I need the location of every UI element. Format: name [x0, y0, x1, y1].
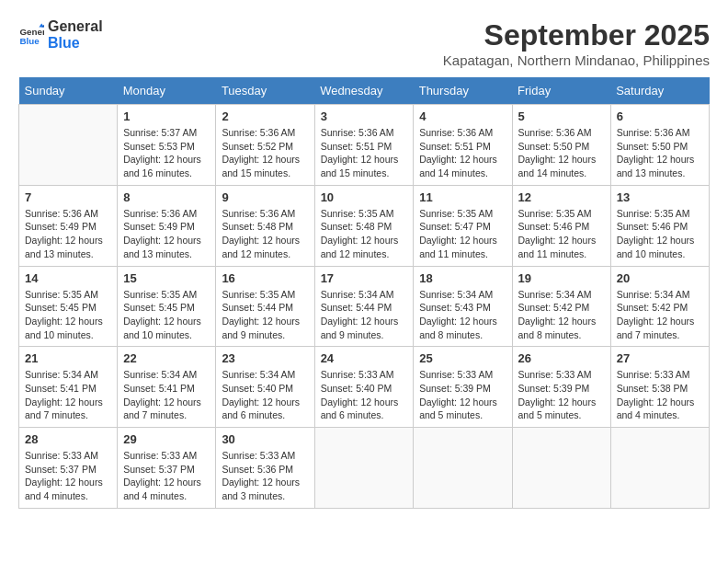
day-number: 14: [25, 271, 111, 285]
calendar-cell: [19, 105, 118, 186]
calendar-cell: 24Sunrise: 5:33 AMSunset: 5:40 PMDayligh…: [314, 347, 414, 428]
calendar-header-row: SundayMondayTuesdayWednesdayThursdayFrid…: [19, 77, 710, 105]
calendar-cell: 5Sunrise: 5:36 AMSunset: 5:50 PMDaylight…: [512, 105, 610, 186]
calendar-day-header: Wednesday: [314, 77, 414, 105]
day-number: 24: [321, 351, 408, 365]
day-info: Sunrise: 5:36 AMSunset: 5:50 PMDaylight:…: [617, 126, 703, 180]
calendar-cell: [512, 428, 610, 509]
logo-icon: General Blue: [18, 22, 44, 48]
day-info: Sunrise: 5:33 AMSunset: 5:40 PMDaylight:…: [321, 368, 408, 422]
day-info: Sunrise: 5:36 AMSunset: 5:49 PMDaylight:…: [123, 207, 210, 261]
day-number: 5: [518, 109, 605, 123]
calendar-cell: 29Sunrise: 5:33 AMSunset: 5:37 PMDayligh…: [118, 428, 216, 509]
calendar-cell: 20Sunrise: 5:34 AMSunset: 5:42 PMDayligh…: [610, 266, 709, 347]
day-number: 8: [123, 190, 210, 204]
calendar-week-row: 1Sunrise: 5:37 AMSunset: 5:53 PMDaylight…: [19, 105, 710, 186]
day-number: 21: [25, 351, 111, 365]
calendar-week-row: 28Sunrise: 5:33 AMSunset: 5:37 PMDayligh…: [19, 428, 710, 509]
day-info: Sunrise: 5:35 AMSunset: 5:45 PMDaylight:…: [123, 288, 210, 342]
calendar-day-header: Friday: [512, 77, 610, 105]
calendar-cell: 19Sunrise: 5:34 AMSunset: 5:42 PMDayligh…: [512, 266, 610, 347]
day-info: Sunrise: 5:35 AMSunset: 5:46 PMDaylight:…: [617, 207, 703, 261]
day-number: 16: [222, 271, 308, 285]
calendar-week-row: 7Sunrise: 5:36 AMSunset: 5:49 PMDaylight…: [19, 185, 710, 266]
day-number: 22: [123, 351, 210, 365]
calendar-cell: 7Sunrise: 5:36 AMSunset: 5:49 PMDaylight…: [19, 185, 118, 266]
day-info: Sunrise: 5:33 AMSunset: 5:38 PMDaylight:…: [617, 368, 703, 422]
calendar-day-header: Tuesday: [216, 77, 314, 105]
day-number: 6: [617, 109, 703, 123]
month-title: September 2025: [443, 18, 710, 52]
day-info: Sunrise: 5:35 AMSunset: 5:44 PMDaylight:…: [222, 288, 308, 342]
calendar-cell: 12Sunrise: 5:35 AMSunset: 5:46 PMDayligh…: [512, 185, 610, 266]
day-number: 1: [123, 109, 210, 123]
day-number: 12: [518, 190, 605, 204]
day-info: Sunrise: 5:33 AMSunset: 5:37 PMDaylight:…: [123, 449, 210, 503]
calendar-cell: 27Sunrise: 5:33 AMSunset: 5:38 PMDayligh…: [610, 347, 709, 428]
calendar-week-row: 21Sunrise: 5:34 AMSunset: 5:41 PMDayligh…: [19, 347, 710, 428]
calendar-cell: 28Sunrise: 5:33 AMSunset: 5:37 PMDayligh…: [19, 428, 118, 509]
day-info: Sunrise: 5:34 AMSunset: 5:42 PMDaylight:…: [518, 288, 605, 342]
day-number: 15: [123, 271, 210, 285]
day-number: 11: [419, 190, 506, 204]
day-number: 29: [123, 432, 210, 446]
day-number: 26: [518, 351, 605, 365]
logo-text: General Blue: [48, 18, 103, 51]
day-number: 9: [222, 190, 308, 204]
calendar-cell: 30Sunrise: 5:33 AMSunset: 5:36 PMDayligh…: [216, 428, 314, 509]
day-info: Sunrise: 5:36 AMSunset: 5:49 PMDaylight:…: [25, 207, 111, 261]
calendar-cell: 4Sunrise: 5:36 AMSunset: 5:51 PMDaylight…: [414, 105, 512, 186]
calendar-day-header: Thursday: [414, 77, 512, 105]
svg-text:Blue: Blue: [19, 35, 40, 45]
calendar-cell: 15Sunrise: 5:35 AMSunset: 5:45 PMDayligh…: [118, 266, 216, 347]
calendar-day-header: Monday: [118, 77, 216, 105]
day-number: 17: [321, 271, 408, 285]
day-info: Sunrise: 5:35 AMSunset: 5:47 PMDaylight:…: [419, 207, 506, 261]
calendar-table: SundayMondayTuesdayWednesdayThursdayFrid…: [18, 77, 710, 509]
calendar-cell: 22Sunrise: 5:34 AMSunset: 5:41 PMDayligh…: [118, 347, 216, 428]
calendar-cell: 26Sunrise: 5:33 AMSunset: 5:39 PMDayligh…: [512, 347, 610, 428]
calendar-cell: 21Sunrise: 5:34 AMSunset: 5:41 PMDayligh…: [19, 347, 118, 428]
location-subtitle: Kapatagan, Northern Mindanao, Philippine…: [443, 52, 710, 68]
calendar-cell: 17Sunrise: 5:34 AMSunset: 5:44 PMDayligh…: [314, 266, 414, 347]
day-info: Sunrise: 5:34 AMSunset: 5:41 PMDaylight:…: [25, 368, 111, 422]
calendar-cell: 9Sunrise: 5:36 AMSunset: 5:48 PMDaylight…: [216, 185, 314, 266]
day-number: 27: [617, 351, 703, 365]
day-info: Sunrise: 5:35 AMSunset: 5:45 PMDaylight:…: [25, 288, 111, 342]
calendar-cell: 2Sunrise: 5:36 AMSunset: 5:52 PMDaylight…: [216, 105, 314, 186]
day-number: 23: [222, 351, 308, 365]
day-number: 3: [321, 109, 408, 123]
day-info: Sunrise: 5:36 AMSunset: 5:50 PMDaylight:…: [518, 126, 605, 180]
calendar-cell: 16Sunrise: 5:35 AMSunset: 5:44 PMDayligh…: [216, 266, 314, 347]
calendar-cell: 8Sunrise: 5:36 AMSunset: 5:49 PMDaylight…: [118, 185, 216, 266]
day-info: Sunrise: 5:33 AMSunset: 5:37 PMDaylight:…: [25, 449, 111, 503]
day-number: 13: [617, 190, 703, 204]
day-number: 20: [617, 271, 703, 285]
day-info: Sunrise: 5:36 AMSunset: 5:48 PMDaylight:…: [222, 207, 308, 261]
day-info: Sunrise: 5:36 AMSunset: 5:51 PMDaylight:…: [419, 126, 506, 180]
calendar-cell: 25Sunrise: 5:33 AMSunset: 5:39 PMDayligh…: [414, 347, 512, 428]
calendar-day-header: Saturday: [610, 77, 709, 105]
day-info: Sunrise: 5:35 AMSunset: 5:46 PMDaylight:…: [518, 207, 605, 261]
day-info: Sunrise: 5:34 AMSunset: 5:43 PMDaylight:…: [419, 288, 506, 342]
day-info: Sunrise: 5:37 AMSunset: 5:53 PMDaylight:…: [123, 126, 210, 180]
calendar-day-header: Sunday: [19, 77, 118, 105]
calendar-week-row: 14Sunrise: 5:35 AMSunset: 5:45 PMDayligh…: [19, 266, 710, 347]
day-number: 25: [419, 351, 506, 365]
calendar-cell: [414, 428, 512, 509]
calendar-cell: 1Sunrise: 5:37 AMSunset: 5:53 PMDaylight…: [118, 105, 216, 186]
page-header: General Blue General Blue September 2025…: [18, 18, 710, 68]
day-info: Sunrise: 5:34 AMSunset: 5:41 PMDaylight:…: [123, 368, 210, 422]
day-number: 28: [25, 432, 111, 446]
day-info: Sunrise: 5:33 AMSunset: 5:36 PMDaylight:…: [222, 449, 308, 503]
calendar-cell: [610, 428, 709, 509]
day-number: 7: [25, 190, 111, 204]
day-number: 30: [222, 432, 308, 446]
calendar-cell: 3Sunrise: 5:36 AMSunset: 5:51 PMDaylight…: [314, 105, 414, 186]
day-info: Sunrise: 5:36 AMSunset: 5:52 PMDaylight:…: [222, 126, 308, 180]
day-number: 2: [222, 109, 308, 123]
day-number: 18: [419, 271, 506, 285]
calendar-cell: 13Sunrise: 5:35 AMSunset: 5:46 PMDayligh…: [610, 185, 709, 266]
calendar-cell: 23Sunrise: 5:34 AMSunset: 5:40 PMDayligh…: [216, 347, 314, 428]
logo: General Blue General Blue: [18, 18, 103, 51]
